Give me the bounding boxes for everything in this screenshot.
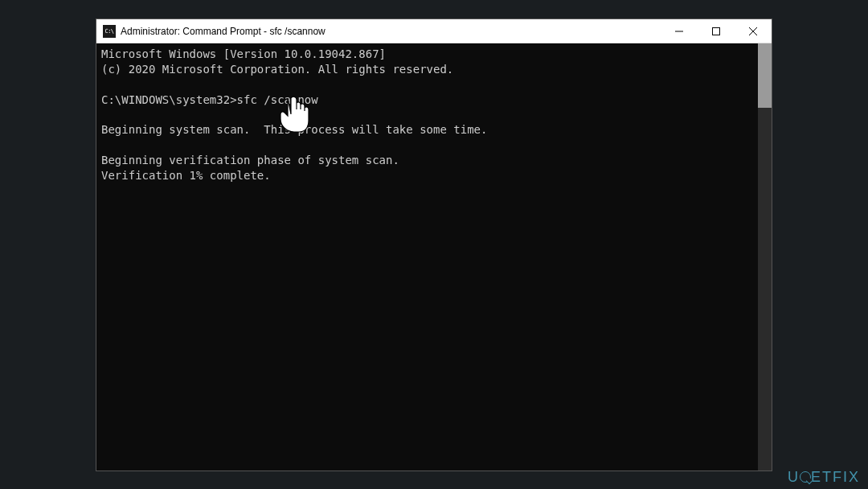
watermark-text-post: ETFIX (811, 469, 860, 485)
titlebar[interactable]: C:\ Administrator: Command Prompt - sfc … (96, 19, 772, 43)
scrollbar-thumb[interactable] (758, 43, 772, 108)
svg-rect-1 (713, 27, 720, 35)
watermark: UETFIX (788, 469, 860, 486)
app-icon: C:\ (103, 25, 116, 38)
maximize-icon (712, 27, 720, 35)
window-title: Administrator: Command Prompt - sfc /sca… (121, 26, 326, 37)
close-button[interactable] (735, 19, 772, 43)
magnifier-icon (800, 471, 811, 483)
vertical-scrollbar[interactable] (758, 43, 772, 471)
watermark-text-pre: U (788, 469, 800, 485)
command-prompt-window: C:\ Administrator: Command Prompt - sfc … (96, 18, 772, 471)
close-icon (749, 27, 757, 35)
maximize-button[interactable] (698, 19, 735, 43)
window-controls (661, 19, 772, 43)
minimize-icon (675, 27, 683, 35)
minimize-button[interactable] (661, 19, 698, 43)
console-area: Microsoft Windows [Version 10.0.19042.86… (96, 43, 772, 471)
console-output[interactable]: Microsoft Windows [Version 10.0.19042.86… (96, 43, 758, 471)
